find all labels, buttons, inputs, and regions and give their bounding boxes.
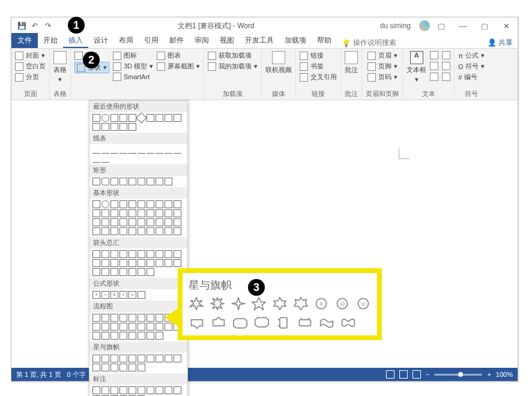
callout-pointer-icon — [165, 305, 183, 329]
star8-icon[interactable]: 8 — [313, 296, 330, 311]
lines-grid[interactable] — [89, 144, 187, 164]
star6-icon[interactable] — [272, 296, 288, 311]
user-name[interactable]: du siming — [380, 22, 411, 30]
get-addins-button[interactable]: 获取加载项 — [208, 51, 252, 60]
star7-icon[interactable] — [292, 296, 309, 311]
symbol-button[interactable]: Ω 符号 ▾ — [458, 62, 485, 71]
horizontal-scroll-icon[interactable] — [297, 315, 313, 331]
callout-title: 星与旗帜 — [189, 278, 371, 292]
group-label-links: 链接 — [312, 89, 325, 98]
wordart-icon[interactable] — [430, 62, 438, 70]
arrows-grid[interactable] — [89, 248, 187, 278]
blank-page-button[interactable]: 空白页 — [15, 62, 46, 71]
ribbon2-up-icon[interactable] — [253, 315, 270, 331]
footer-button[interactable]: 页脚 ▾ — [367, 62, 397, 71]
maximize-icon[interactable]: ▢ — [477, 22, 492, 31]
tab-references[interactable]: 引用 — [139, 33, 164, 48]
svg-text:8: 8 — [320, 301, 322, 307]
tab-developer[interactable]: 开发工具 — [240, 33, 279, 48]
view-read-icon[interactable] — [386, 370, 394, 379]
tab-view[interactable]: 视图 — [214, 33, 240, 48]
zoom-in-icon[interactable]: + — [487, 371, 491, 378]
ribbon-display-options-icon[interactable]: ▢ — [434, 22, 449, 31]
zoom-percent[interactable]: 100% — [496, 371, 513, 378]
tell-me[interactable]: 💡 操作说明搜索 — [342, 38, 396, 48]
section-rect: 矩形 — [89, 164, 187, 176]
tab-design[interactable]: 设计 — [88, 33, 113, 48]
tab-addins[interactable]: 加载项 — [279, 33, 312, 48]
stars-grid[interactable] — [89, 353, 187, 373]
pagenum-button[interactable]: 页码 ▾ — [367, 73, 397, 82]
double-wave-icon[interactable] — [340, 315, 357, 331]
group-label-tables: 表格 — [53, 89, 67, 98]
ribbon2-down-icon[interactable] — [232, 315, 249, 331]
group-label-addins: 加载项 — [223, 89, 243, 98]
my-addins-button[interactable]: 我的加载项 ▾ — [208, 62, 258, 71]
basic-grid[interactable] — [89, 199, 187, 237]
star5-icon[interactable] — [251, 296, 267, 311]
status-words[interactable]: 0 个字 — [67, 370, 86, 379]
close-icon[interactable]: ✕ — [498, 22, 514, 31]
window-title: 文档1 [兼容模式] - Word — [52, 21, 380, 31]
smartart-button[interactable]: SmartArt — [113, 73, 150, 81]
view-web-icon[interactable] — [413, 370, 421, 379]
textbox-button[interactable]: A文本框▾ — [407, 51, 426, 83]
share-button[interactable]: 👤 共享 — [488, 38, 513, 48]
number-button[interactable]: # 编号 — [458, 73, 477, 82]
chart-button[interactable]: 图表 — [157, 51, 181, 60]
comment-button[interactable]: 批注 — [345, 51, 358, 74]
ribbon-down-icon[interactable] — [189, 315, 205, 331]
hyperlink-button[interactable]: 链接 — [300, 51, 324, 60]
tab-help[interactable]: 帮助 — [312, 33, 337, 48]
3d-models-button[interactable]: 3D 模型 ▾ — [113, 62, 153, 71]
cover-page-button[interactable]: 封面 ▾ — [15, 51, 45, 60]
status-page[interactable]: 第 1 页, 共 1 页 — [16, 370, 61, 379]
recent-shapes-grid[interactable] — [89, 112, 187, 133]
undo-icon[interactable]: ↶ — [31, 22, 39, 30]
group-addins: 获取加载项 我的加载项 ▾ 加载项 — [204, 49, 262, 100]
rect-grid[interactable] — [89, 176, 187, 187]
vertical-scroll-icon[interactable] — [275, 315, 292, 331]
tab-review[interactable]: 审阅 — [189, 33, 214, 48]
svg-rect-13 — [300, 320, 311, 326]
equation-button[interactable]: π 公式 ▾ — [458, 51, 485, 60]
datetime-icon[interactable] — [442, 62, 450, 70]
tab-layout[interactable]: 布局 — [113, 33, 139, 48]
save-icon[interactable]: 💾 — [17, 22, 26, 30]
minimize-icon[interactable]: — — [455, 22, 471, 31]
icons-button[interactable]: 图标 — [113, 51, 137, 60]
tab-insert[interactable]: 插入 — [63, 33, 88, 48]
sig-line-icon[interactable] — [442, 51, 450, 59]
ribbon-up-icon[interactable] — [210, 315, 227, 331]
callouts-grid[interactable] — [89, 385, 187, 396]
zoom-slider[interactable] — [434, 374, 482, 376]
view-print-icon[interactable] — [399, 370, 408, 379]
explosion2-icon[interactable] — [210, 296, 226, 311]
explosion1-icon[interactable] — [189, 296, 205, 311]
section-callouts: 标注 — [89, 373, 187, 385]
zoom-out-icon[interactable]: − — [426, 371, 429, 378]
tab-mailings[interactable]: 邮件 — [164, 33, 189, 48]
page-break-button[interactable]: 分页 — [15, 73, 39, 82]
online-video-button[interactable]: 联机视频 — [265, 51, 292, 74]
redo-icon[interactable]: ↷ — [44, 22, 52, 30]
svg-text:12: 12 — [361, 302, 366, 306]
star12-icon[interactable]: 12 — [355, 296, 371, 311]
step-marker-2: 2 — [83, 52, 100, 68]
equation-grid[interactable]: +−×÷= — [89, 289, 187, 301]
tab-home[interactable]: 开始 — [38, 33, 63, 48]
dropcap-icon[interactable] — [430, 73, 438, 81]
quick-parts-icon[interactable] — [430, 51, 438, 59]
star4-icon[interactable] — [230, 296, 246, 311]
bookmark-button[interactable]: 书签 — [300, 62, 324, 71]
user-avatar-icon[interactable] — [419, 20, 430, 31]
object-icon[interactable] — [442, 73, 450, 81]
wave-icon[interactable] — [318, 315, 335, 331]
tab-file[interactable]: 文件 — [11, 33, 38, 48]
table-button[interactable]: 表格▾ — [53, 51, 67, 83]
header-button[interactable]: 页眉 ▾ — [367, 51, 397, 60]
crossref-button[interactable]: 交叉引用 — [300, 73, 337, 82]
screenshot-button[interactable]: 屏幕截图 ▾ — [157, 62, 200, 71]
star10-icon[interactable]: 10 — [334, 296, 351, 311]
group-label-text: 文本 — [422, 89, 435, 98]
